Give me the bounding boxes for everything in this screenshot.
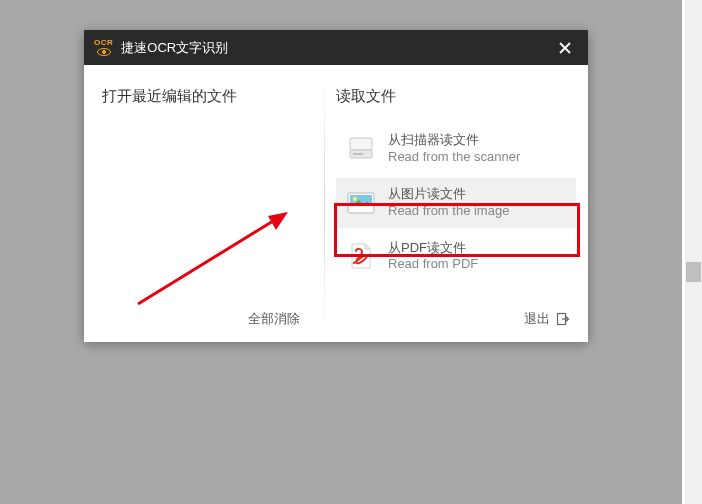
option-pdf-subtitle: Read from PDF: [388, 256, 478, 273]
right-panel: 读取文件 从扫描器读文件 Read from the scanner: [324, 65, 588, 342]
option-scanner-text: 从扫描器读文件 Read from the scanner: [388, 132, 520, 166]
panel-divider: [324, 75, 325, 332]
ocr-dialog: OCR 捷速OCR文字识别 打开最近编辑的文件 全部消除 读取文件: [84, 30, 588, 342]
option-image-text: 从图片读文件 Read from the image: [388, 186, 509, 220]
svg-point-9: [353, 197, 357, 201]
dialog-body: 打开最近编辑的文件 全部消除 读取文件 从扫描器读文件: [84, 65, 588, 342]
option-image-subtitle: Read from the image: [388, 203, 509, 220]
image-icon: [346, 188, 376, 218]
pdf-icon: [346, 241, 376, 271]
titlebar: OCR 捷速OCR文字识别: [84, 30, 588, 65]
left-panel: 打开最近编辑的文件 全部消除: [84, 65, 324, 342]
svg-point-1: [102, 50, 106, 54]
svg-rect-6: [353, 153, 363, 155]
scrollbar-thumb[interactable]: [686, 262, 701, 282]
eye-icon: [97, 48, 111, 56]
exit-button[interactable]: 退出: [336, 310, 576, 328]
option-image[interactable]: 从图片读文件 Read from the image: [336, 178, 576, 228]
option-scanner-subtitle: Read from the scanner: [388, 149, 520, 166]
exit-label: 退出: [524, 310, 550, 328]
read-file-heading: 读取文件: [336, 87, 576, 106]
option-scanner-title: 从扫描器读文件: [388, 132, 520, 149]
close-button[interactable]: [552, 35, 578, 61]
dialog-title: 捷速OCR文字识别: [121, 39, 552, 57]
svg-rect-4: [350, 138, 372, 150]
scanner-icon: [346, 134, 376, 164]
close-icon: [558, 41, 572, 55]
scrollbar-track[interactable]: [685, 0, 702, 504]
ocr-logo-text: OCR: [94, 39, 113, 47]
option-pdf-text: 从PDF读文件 Read from PDF: [388, 240, 478, 274]
ocr-logo: OCR: [94, 39, 113, 56]
option-image-title: 从图片读文件: [388, 186, 509, 203]
exit-icon: [556, 312, 570, 326]
option-list: 从扫描器读文件 Read from the scanner: [336, 124, 576, 281]
recent-files-heading: 打开最近编辑的文件: [102, 87, 306, 106]
option-scanner[interactable]: 从扫描器读文件 Read from the scanner: [336, 124, 576, 174]
clear-all-button[interactable]: 全部消除: [102, 310, 306, 328]
option-pdf-title: 从PDF读文件: [388, 240, 478, 257]
option-pdf[interactable]: 从PDF读文件 Read from PDF: [336, 232, 576, 282]
